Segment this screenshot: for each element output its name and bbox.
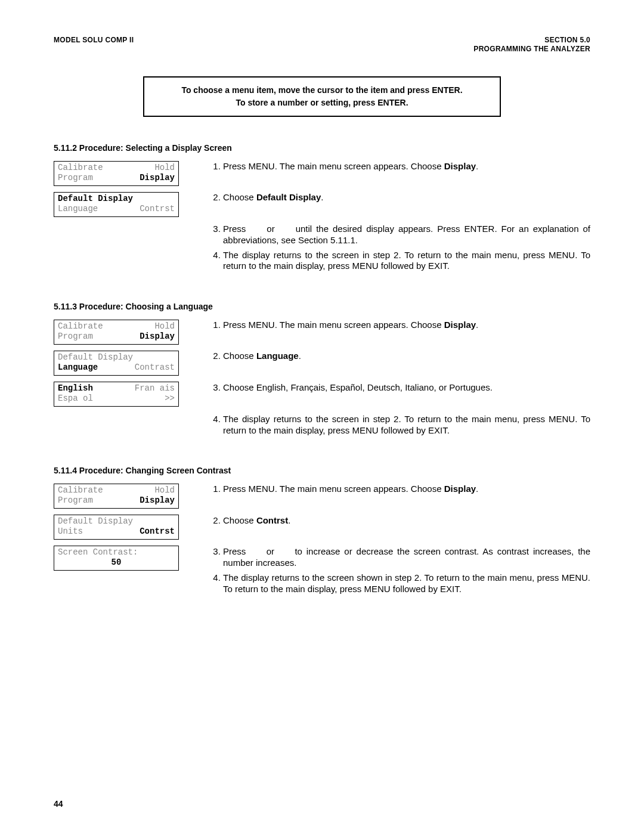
- lcd-main-menu: Calibrate Hold Program Display: [54, 320, 179, 345]
- lcd-display-menu: Default Display Units Contrst: [54, 515, 179, 540]
- callout-line-2: To store a number or setting, press ENTE…: [155, 98, 489, 109]
- step-2-text-a: Choose: [223, 351, 256, 361]
- menu-default-display: Default Display: [58, 352, 133, 363]
- heading-5-11-4: 5.11.4 Procedure: Changing Screen Contra…: [54, 466, 590, 476]
- menu-contrst-selected: Contrst: [140, 527, 175, 537]
- step-1-text-a: Press MENU. The main menu screen appears…: [223, 161, 444, 171]
- step-4: The display returns to the screen in ste…: [223, 250, 590, 272]
- step-2: Choose Language.: [223, 351, 590, 362]
- menu-calibrate: Calibrate: [58, 163, 103, 174]
- step-3: Press or to increase or decrease the scr…: [223, 546, 590, 569]
- contrast-value: 50: [112, 558, 122, 568]
- header-subtitle: PROGRAMMING THE ANALYZER: [473, 45, 590, 54]
- header-right: SECTION 5.0 PROGRAMMING THE ANALYZER: [473, 36, 590, 54]
- procedure-display-screen: Calibrate Hold Program Display Default D…: [54, 161, 590, 276]
- steps-col: Press MENU. The main menu screen appears…: [209, 161, 590, 276]
- menu-display-selected: Display: [140, 332, 175, 342]
- more-icon: >>: [165, 394, 175, 404]
- lcd-display-menu: Default Display Language Contrst: [54, 192, 179, 217]
- steps-col: Press MENU. The main menu screen appears…: [209, 320, 590, 440]
- menu-contrast: Contrast: [135, 363, 175, 373]
- menu-display-selected: Display: [140, 173, 175, 184]
- step-2-bold: Contrst: [256, 515, 288, 525]
- step-4: The display returns to the screen in ste…: [223, 414, 590, 436]
- heading-5-11-3: 5.11.3 Procedure: Choosing a Language: [54, 302, 590, 312]
- step-2-text-c: .: [299, 351, 301, 361]
- lang-english-selected: English: [58, 383, 93, 394]
- menu-program: Program: [58, 332, 93, 342]
- step-4: The display returns to the screen shown …: [223, 572, 590, 595]
- step-2: Choose Contrst.: [223, 515, 590, 527]
- step-3: Choose English, Français, Español, Deuts…: [223, 382, 590, 394]
- header-section: SECTION 5.0: [473, 36, 590, 45]
- procedure-language: Calibrate Hold Program Display Default D…: [54, 320, 590, 440]
- callout-line-1: To choose a menu item, move the cursor t…: [155, 85, 489, 96]
- menu-display-selected: Display: [140, 496, 175, 506]
- step-1: Press MENU. The main menu screen appears…: [223, 161, 590, 172]
- step-1-text-c: .: [476, 484, 478, 494]
- menu-program: Program: [58, 173, 93, 184]
- menu-hold: Hold: [154, 485, 175, 496]
- lang-francais: Fran ais: [135, 383, 175, 394]
- step-1-bold: Display: [444, 161, 476, 171]
- procedure-contrast: Calibrate Hold Program Display Default D…: [54, 484, 590, 599]
- page-header: MODEL SOLU COMP II SECTION 5.0 PROGRAMMI…: [54, 36, 590, 54]
- menu-default-display: Default Display: [58, 516, 133, 527]
- step-1-text-a: Press MENU. The main menu screen appears…: [223, 484, 444, 494]
- menu-program: Program: [58, 496, 93, 506]
- step-1: Press MENU. The main menu screen appears…: [223, 320, 590, 331]
- lcd-display-menu: Default Display Language Contrast: [54, 351, 179, 376]
- step-1-bold: Display: [444, 484, 476, 494]
- step-1-text-c: .: [476, 161, 478, 171]
- step-2-text-a: Choose: [223, 515, 256, 525]
- step-3: Press or until the desired display appea…: [223, 224, 590, 246]
- menu-language: Language: [58, 204, 98, 215]
- step-1: Press MENU. The main menu screen appears…: [223, 484, 590, 495]
- menu-hold: Hold: [154, 321, 175, 332]
- steps-col: Press MENU. The main menu screen appears…: [209, 484, 590, 599]
- menu-calibrate: Calibrate: [58, 321, 103, 332]
- menu-calibrate: Calibrate: [58, 485, 103, 496]
- menu-language-selected: Language: [58, 363, 98, 373]
- menu-contrst: Contrst: [140, 204, 175, 215]
- page: MODEL SOLU COMP II SECTION 5.0 PROGRAMMI…: [0, 0, 644, 833]
- heading-5-11-2: 5.11.2 Procedure: Selecting a Display Sc…: [54, 143, 590, 154]
- contrast-label: Screen Contrast:: [58, 547, 138, 558]
- step-2-bold: Default Display: [256, 192, 321, 202]
- step-1-text-c: .: [476, 320, 478, 330]
- step-2: Choose Default Display.: [223, 192, 590, 203]
- menu-default-display-selected: Default Display: [58, 194, 133, 205]
- step-1-text-a: Press MENU. The main menu screen appears…: [223, 320, 444, 330]
- screens-col: Calibrate Hold Program Display Default D…: [54, 320, 179, 407]
- lcd-main-menu: Calibrate Hold Program Display: [54, 484, 179, 509]
- lcd-language-menu: English Fran ais Espa ol >>: [54, 382, 179, 407]
- menu-hold: Hold: [154, 163, 175, 174]
- screens-col: Calibrate Hold Program Display Default D…: [54, 161, 179, 217]
- lcd-main-menu: Calibrate Hold Program Display: [54, 161, 179, 186]
- step-2-text-c: .: [321, 192, 323, 202]
- step-2-bold: Language: [256, 351, 299, 361]
- instruction-callout: To choose a menu item, move the cursor t…: [143, 76, 501, 117]
- step-2-text-a: Choose: [223, 192, 256, 202]
- lcd-contrast-screen: Screen Contrast: 50: [54, 546, 179, 571]
- lang-espanol: Espa ol: [58, 394, 93, 404]
- screens-col: Calibrate Hold Program Display Default D…: [54, 484, 179, 571]
- step-1-bold: Display: [444, 320, 476, 330]
- header-left: MODEL SOLU COMP II: [54, 36, 134, 54]
- page-number: 44: [54, 799, 63, 810]
- menu-units: Units: [58, 527, 83, 537]
- step-2-text-c: .: [288, 515, 290, 525]
